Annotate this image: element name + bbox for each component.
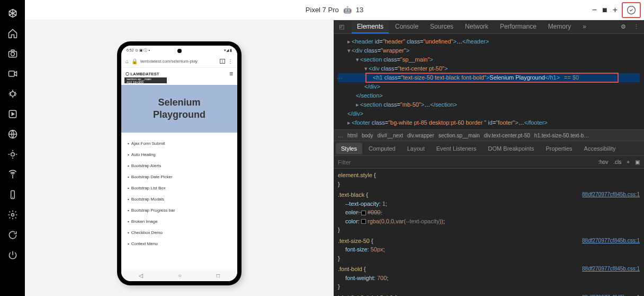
home-icon[interactable]: ⌂ — [126, 58, 129, 64]
dom-node[interactable]: ▾<section class="sp__main"> — [338, 55, 640, 64]
crumb-item[interactable]: … — [338, 133, 343, 138]
tab-network[interactable]: Network — [460, 21, 494, 33]
camera-cutout — [177, 49, 182, 53]
hamburger-icon[interactable]: ≡ — [229, 70, 233, 77]
list-item[interactable]: Auto Healing — [128, 149, 231, 160]
back-button[interactable]: ◁ — [139, 273, 143, 278]
dom-node[interactable]: ▸<footer class="bg-white pt-85 desktop:p… — [338, 118, 640, 127]
menu-icon[interactable]: ⋮ — [228, 58, 233, 64]
list-item[interactable]: Ajax Form Submit — [128, 138, 231, 149]
crumb-item[interactable]: div#__next — [378, 133, 403, 138]
url-bar[interactable]: ⌂ 🔒 lambdatest.com/selenium-play 1 ⋮ — [121, 55, 237, 68]
home-icon[interactable] — [7, 28, 18, 39]
gear-icon[interactable]: ⚙ — [619, 22, 628, 32]
dom-node[interactable]: ▸<header id="header" class="undefined">…… — [338, 37, 640, 46]
list-item[interactable]: Bootstrap List Box — [128, 182, 231, 194]
dom-close[interactable]: </div> — [338, 109, 640, 118]
crumb-item[interactable]: div.wrapper — [407, 133, 434, 138]
tab-performance[interactable]: Performance — [495, 21, 542, 33]
tab-count-icon[interactable]: 1 — [220, 59, 225, 64]
tab-sources[interactable]: Sources — [425, 21, 459, 33]
breadcrumb[interactable]: … html body div#__next div.wrapper secti… — [334, 129, 644, 141]
dom-tree[interactable]: ▸<header id="header" class="undefined">…… — [334, 34, 644, 129]
globe-icon[interactable] — [7, 129, 18, 140]
zoom-slider[interactable]: ■ — [602, 5, 607, 15]
highlighted-devtools-button[interactable] — [622, 2, 641, 18]
svg-point-6 — [11, 153, 14, 156]
dom-node[interactable]: ▾<div class="wrapper"> — [338, 46, 640, 55]
css-rule[interactable]: element.style { } — [338, 171, 640, 188]
filter-row: :hov .cls + ▣ — [334, 156, 644, 169]
add-rule-button[interactable]: + — [627, 159, 630, 165]
source-link[interactable]: 88df270977cf845b.css:1 — [582, 293, 640, 297]
zoom-out-button[interactable]: − — [592, 5, 597, 15]
source-link[interactable]: 88df270977cf845b.css:1 — [582, 190, 640, 199]
source-link[interactable]: 88df270977cf845b.css:1 — [582, 237, 640, 246]
box-model-icon[interactable]: ▣ — [635, 159, 640, 165]
menu-icon[interactable]: ⋮ — [631, 22, 641, 32]
list-item[interactable]: Bootstrap Modals — [128, 194, 231, 205]
filter-input[interactable] — [338, 159, 598, 166]
tab-layout[interactable]: Layout — [402, 143, 430, 154]
dom-node[interactable]: ▸<section class="mb-50">…</section> — [338, 100, 640, 109]
css-rule[interactable]: .font-bold {88df270977cf845b.css:1 font-… — [338, 265, 640, 291]
css-rule[interactable]: h1, h2, h3, h4, h5, h6 {88df270977cf845b… — [338, 293, 640, 297]
css-rule[interactable]: .text-black {88df270977cf845b.css:1 --te… — [338, 190, 640, 234]
svg-point-1 — [11, 53, 14, 56]
os-version: 13 — [356, 6, 363, 14]
dom-close[interactable]: </section> — [338, 91, 640, 100]
tab-more[interactable]: » — [577, 21, 592, 33]
tab-dom-breakpoints[interactable]: DOM Breakpoints — [483, 143, 540, 154]
tab-console[interactable]: Console — [390, 21, 424, 33]
list-item[interactable]: Bootstrap Alerts — [128, 160, 231, 171]
location-icon[interactable] — [7, 149, 18, 160]
tab-computed[interactable]: Computed — [363, 143, 401, 154]
tab-elements[interactable]: Elements — [352, 21, 389, 33]
tab-accessibility[interactable]: Accessibility — [579, 143, 621, 154]
list-item[interactable]: Bootstrap Progress bar — [128, 205, 231, 216]
antenna-icon[interactable] — [7, 169, 18, 180]
list-item[interactable]: Context Menu — [128, 238, 231, 249]
dom-node[interactable]: ▾<div class="text-center pt-50"> — [338, 64, 640, 73]
list-item[interactable]: Bootstrap Date Picker — [128, 171, 231, 182]
top-bar: Pixel 7 Pro 🤖 13 − ■ + — [25, 0, 644, 20]
tab-memory[interactable]: Memory — [543, 21, 576, 33]
play-icon[interactable] — [7, 109, 18, 119]
device-name: Pixel 7 Pro — [306, 6, 339, 14]
tab-event-listeners[interactable]: Event Listeners — [431, 143, 482, 154]
phone-screen[interactable]: 6:52 ⊙ ▣ ⓘ • ▾◢ ▮ ⌂ 🔒 lambdatest.com/sel… — [121, 46, 237, 281]
device-preview-area: 6:52 ⊙ ▣ ⓘ • ▾◢ ▮ ⌂ 🔒 lambdatest.com/sel… — [25, 20, 334, 296]
crumb-item[interactable]: h1.text-size-50.text-b… — [534, 133, 589, 138]
brand-logo[interactable]: ⬡ LAMBDATEST — [126, 72, 159, 76]
dom-close[interactable]: </div> — [338, 82, 640, 91]
crumb-item[interactable]: html — [347, 133, 357, 138]
crumb-item[interactable]: body — [362, 133, 373, 138]
recent-button[interactable]: □ — [217, 273, 220, 278]
styles-panel[interactable]: element.style { } .text-black {88df27097… — [334, 169, 644, 296]
device-icon[interactable] — [7, 189, 18, 200]
settings-icon[interactable] — [7, 210, 18, 220]
tab-properties[interactable]: Properties — [540, 143, 577, 154]
android-nav-bar: ◁ ○ □ — [121, 269, 237, 281]
dom-node-selected[interactable]: <h1 class="text-size-50 text-black font-… — [338, 73, 640, 82]
source-link[interactable]: 88df270977cf845b.css:1 — [582, 265, 640, 274]
zoom-in-button[interactable]: + — [613, 5, 618, 15]
refresh-icon[interactable] — [7, 230, 18, 240]
list-item[interactable]: Checkbox Demo — [128, 227, 231, 238]
video-icon[interactable] — [7, 68, 18, 79]
inspect-icon[interactable]: ◰ — [337, 22, 346, 32]
crumb-item[interactable]: div.text-center.pt-50 — [484, 133, 530, 138]
css-rule[interactable]: .text-size-50 {88df270977cf845b.css:1 fo… — [338, 237, 640, 263]
hov-toggle[interactable]: :hov — [598, 159, 608, 165]
home-button[interactable]: ○ — [178, 273, 181, 278]
logo-icon[interactable] — [7, 8, 18, 19]
list-item[interactable]: Broken Image — [128, 216, 231, 227]
cls-toggle[interactable]: .cls — [613, 159, 621, 165]
bug-icon[interactable] — [7, 89, 18, 99]
power-icon[interactable] — [7, 250, 18, 260]
crumb-item[interactable]: section.sp__main — [439, 133, 480, 138]
tab-styles[interactable]: Styles — [336, 143, 362, 154]
url-text[interactable]: lambdatest.com/selenium-play — [140, 59, 217, 64]
camera-icon[interactable] — [7, 48, 18, 59]
more-icon[interactable]: ⋯ — [337, 74, 343, 83]
